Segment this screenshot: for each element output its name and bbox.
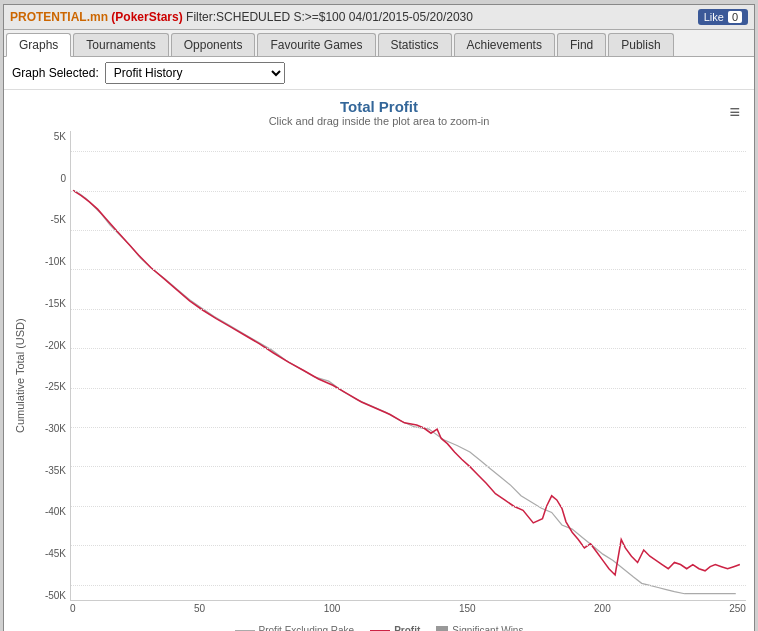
grid-line-n35k bbox=[71, 466, 746, 467]
tab-achievements[interactable]: Achievements bbox=[454, 33, 555, 56]
chart-area: Cumulative Total (USD) 5K 0 -5K -10K -15… bbox=[12, 131, 746, 621]
chart-inner: 5K 0 -5K -10K -15K -20K -25K -30K -35K -… bbox=[32, 131, 746, 621]
graph-select-dropdown[interactable]: Profit History ROI History Buy-in Distri… bbox=[105, 62, 285, 84]
legend-profit-excluding-rake-label: Profit Excluding Rake bbox=[259, 625, 355, 631]
chart-title: Total Profit bbox=[12, 98, 746, 115]
chart-legend: Profit Excluding Rake Profit Significant… bbox=[12, 625, 746, 631]
plot-area[interactable] bbox=[70, 131, 746, 601]
y-axis-label: Cumulative Total (USD) bbox=[12, 131, 32, 621]
grid-line-n25k bbox=[71, 388, 746, 389]
tab-favourite-games[interactable]: Favourite Games bbox=[257, 33, 375, 56]
grid-line-n40k bbox=[71, 506, 746, 507]
legend-profit-excluding-rake: Profit Excluding Rake bbox=[235, 625, 355, 631]
legend-gray-box bbox=[436, 626, 448, 632]
fb-count: 0 bbox=[728, 11, 742, 23]
tab-tournaments[interactable]: Tournaments bbox=[73, 33, 168, 56]
hamburger-menu[interactable]: ≡ bbox=[729, 102, 740, 123]
chart-wrapper: Cumulative Total (USD) 5K 0 -5K -10K -15… bbox=[12, 131, 746, 621]
x-axis: 0 50 100 150 200 250 bbox=[70, 601, 746, 621]
legend-profit-label: Profit bbox=[394, 625, 420, 631]
grid-line-n5k bbox=[71, 230, 746, 231]
tab-find[interactable]: Find bbox=[557, 33, 606, 56]
grid-line-n10k bbox=[71, 269, 746, 270]
chart-subtitle: Click and drag inside the plot area to z… bbox=[12, 115, 746, 127]
app-window: PROTENTIAL.mn (PokerStars) Filter:SCHEDU… bbox=[3, 4, 755, 631]
grid-line-n30k bbox=[71, 427, 746, 428]
fb-like-label: Like bbox=[704, 11, 724, 23]
fb-like-button[interactable]: Like 0 bbox=[698, 9, 748, 25]
grid-line-n20k bbox=[71, 348, 746, 349]
tab-publish[interactable]: Publish bbox=[608, 33, 673, 56]
profit-excluding-rake-line bbox=[73, 190, 736, 593]
legend-profit: Profit bbox=[370, 625, 420, 631]
legend-significant-wins-label: Significant Wins bbox=[452, 625, 523, 631]
grid-line-5k bbox=[71, 151, 746, 152]
profit-chart-svg bbox=[71, 131, 746, 600]
tab-opponents[interactable]: Opponents bbox=[171, 33, 256, 56]
legend-significant-wins: Significant Wins bbox=[436, 625, 523, 631]
title-text: PROTENTIAL.mn (PokerStars) Filter:SCHEDU… bbox=[10, 10, 473, 24]
graph-select-bar: Graph Selected: Profit History ROI Histo… bbox=[4, 57, 754, 90]
tab-graphs[interactable]: Graphs bbox=[6, 33, 71, 57]
filter-text: Filter:SCHEDULED S:>=$100 04/01/2015-05/… bbox=[186, 10, 473, 24]
tab-statistics[interactable]: Statistics bbox=[378, 33, 452, 56]
grid-line-n45k bbox=[71, 545, 746, 546]
tab-bar: Graphs Tournaments Opponents Favourite G… bbox=[4, 30, 754, 57]
grid-line-n50k bbox=[71, 585, 746, 586]
y-axis: 5K 0 -5K -10K -15K -20K -25K -30K -35K -… bbox=[32, 131, 70, 601]
graph-select-label: Graph Selected: bbox=[12, 66, 99, 80]
grid-line-n15k bbox=[71, 309, 746, 310]
profit-line bbox=[73, 190, 740, 575]
chart-container: Total Profit Click and drag inside the p… bbox=[4, 90, 754, 631]
title-bar: PROTENTIAL.mn (PokerStars) Filter:SCHEDU… bbox=[4, 5, 754, 30]
grid-line-0 bbox=[71, 191, 746, 192]
brand-name: PROTENTIAL.mn bbox=[10, 10, 108, 24]
site-name: (PokerStars) bbox=[111, 10, 182, 24]
